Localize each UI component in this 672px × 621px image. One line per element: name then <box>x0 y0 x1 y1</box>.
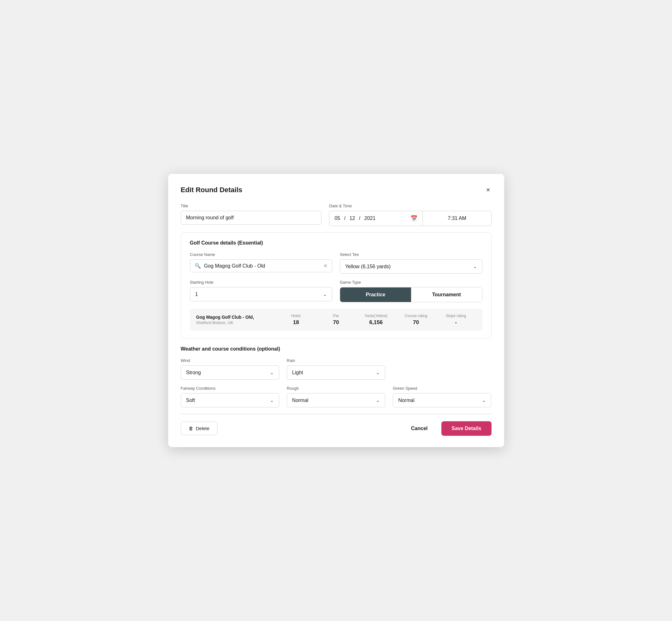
practice-button[interactable]: Practice <box>340 287 411 302</box>
rough-dropdown[interactable]: Normal ⌄ <box>287 393 385 407</box>
green-speed-dropdown[interactable]: Normal ⌄ <box>393 393 491 407</box>
chevron-down-icon-3: ⌄ <box>270 370 274 375</box>
wind-rain-row: Wind Strong ⌄ Rain Light ⌄ <box>181 358 492 380</box>
weather-section-title: Weather and course conditions (optional) <box>181 346 492 352</box>
select-tee-dropdown[interactable]: Yellow (6,156 yards) ⌄ <box>340 259 482 274</box>
title-date-row: Title Date & Time 05 / 12 / 2021 📅 7:31 … <box>181 204 492 226</box>
green-speed-group: Green Speed Normal ⌄ <box>393 386 491 407</box>
fairway-group: Fairway Conditions Soft ⌄ <box>181 386 279 407</box>
course-name-group: Course Name 🔍 Gog Magog Golf Club - Old … <box>190 252 333 274</box>
search-icon: 🔍 <box>195 263 201 269</box>
yards-value: 6,156 <box>356 319 396 326</box>
game-type-label: Game Type <box>340 280 482 285</box>
title-input[interactable] <box>181 211 322 225</box>
chevron-down-icon-5: ⌄ <box>270 397 274 403</box>
course-info-location: Shelford Bottom, UK <box>196 320 276 325</box>
game-type-selector: Practice Tournament <box>340 287 482 302</box>
course-rating-stat: Course rating 70 <box>396 314 436 326</box>
fairway-value: Soft <box>186 398 270 403</box>
course-tee-row: Course Name 🔍 Gog Magog Golf Club - Old … <box>190 252 482 274</box>
time-value: 7:31 AM <box>448 215 466 221</box>
par-value: 70 <box>316 319 356 326</box>
date-time-row: 05 / 12 / 2021 📅 7:31 AM <box>329 211 491 226</box>
date-month: 05 <box>334 215 340 221</box>
date-input[interactable]: 05 / 12 / 2021 📅 <box>329 211 423 226</box>
course-info-name-main: Gog Magog Golf Club - Old, <box>196 315 276 320</box>
rain-label: Rain <box>287 358 385 363</box>
wind-group: Wind Strong ⌄ <box>181 358 279 380</box>
date-time-label: Date & Time <box>329 204 491 208</box>
footer-divider <box>181 414 492 414</box>
footer-right: Cancel Save Details <box>406 421 492 436</box>
clear-icon[interactable]: ✕ <box>323 263 328 269</box>
chevron-down-icon-7: ⌄ <box>482 397 486 403</box>
course-name-text: Gog Magog Golf Club - Old <box>204 263 321 269</box>
slope-rating-label: Slope rating <box>436 314 476 318</box>
course-info-card: Gog Magog Golf Club - Old, Shelford Bott… <box>190 308 482 331</box>
rough-label: Rough <box>287 386 385 391</box>
wind-dropdown[interactable]: Strong ⌄ <box>181 365 279 380</box>
course-name-input[interactable]: 🔍 Gog Magog Golf Club - Old ✕ <box>190 259 333 272</box>
modal-title: Edit Round Details <box>181 186 243 194</box>
rain-dropdown[interactable]: Light ⌄ <box>287 365 385 380</box>
chevron-down-icon-6: ⌄ <box>376 397 380 403</box>
holes-label: Holes <box>276 314 316 318</box>
delete-label: Delete <box>196 426 209 431</box>
fairway-dropdown[interactable]: Soft ⌄ <box>181 393 279 407</box>
date-day: 12 <box>349 215 355 221</box>
rain-group: Rain Light ⌄ <box>287 358 385 380</box>
fairway-rough-green-row: Fairway Conditions Soft ⌄ Rough Normal ⌄… <box>181 386 492 407</box>
select-tee-value: Yellow (6,156 yards) <box>345 264 473 270</box>
chevron-down-icon-2: ⌄ <box>323 291 327 297</box>
slope-rating-value: - <box>436 319 476 326</box>
green-speed-label: Green Speed <box>393 386 491 391</box>
title-group: Title <box>181 204 322 226</box>
starting-hole-dropdown[interactable]: 1 ⌄ <box>190 287 333 301</box>
calendar-icon: 📅 <box>411 215 417 222</box>
course-info-name-block: Gog Magog Golf Club - Old, Shelford Bott… <box>196 315 276 325</box>
golf-course-title: Golf Course details (Essential) <box>190 240 482 246</box>
starting-hole-group: Starting Hole 1 ⌄ <box>190 280 333 302</box>
par-label: Par <box>316 314 356 318</box>
yards-stat: Yards(Yellow) 6,156 <box>356 314 396 326</box>
footer-row: 🗑 Delete Cancel Save Details <box>181 421 492 436</box>
starting-hole-value: 1 <box>195 292 323 297</box>
date-year: 2021 <box>365 215 376 221</box>
game-type-group: Game Type Practice Tournament <box>340 280 482 302</box>
green-speed-value: Normal <box>398 398 482 403</box>
course-rating-label: Course rating <box>396 314 436 318</box>
hole-gametype-row: Starting Hole 1 ⌄ Game Type Practice Tou… <box>190 280 482 302</box>
rough-group: Rough Normal ⌄ <box>287 386 385 407</box>
cancel-button[interactable]: Cancel <box>406 422 432 435</box>
save-button[interactable]: Save Details <box>442 421 491 436</box>
golf-course-section: Golf Course details (Essential) Course N… <box>181 232 492 339</box>
course-name-label: Course Name <box>190 252 333 257</box>
wind-value: Strong <box>186 370 270 375</box>
close-button[interactable]: × <box>485 185 492 195</box>
rain-value: Light <box>292 370 376 375</box>
select-tee-group: Select Tee Yellow (6,156 yards) ⌄ <box>340 252 482 274</box>
trash-icon: 🗑 <box>189 426 194 431</box>
delete-button[interactable]: 🗑 Delete <box>181 422 217 435</box>
weather-section: Weather and course conditions (optional)… <box>181 346 492 407</box>
wind-label: Wind <box>181 358 279 363</box>
time-input[interactable]: 7:31 AM <box>423 211 491 226</box>
course-rating-value: 70 <box>396 319 436 326</box>
holes-stat: Holes 18 <box>276 314 316 326</box>
yards-label: Yards(Yellow) <box>356 314 396 318</box>
chevron-down-icon: ⌄ <box>473 263 477 270</box>
par-stat: Par 70 <box>316 314 356 326</box>
title-label: Title <box>181 204 322 208</box>
slope-rating-stat: Slope rating - <box>436 314 476 326</box>
tournament-button[interactable]: Tournament <box>411 287 482 302</box>
fairway-label: Fairway Conditions <box>181 386 279 391</box>
modal-header: Edit Round Details × <box>181 185 492 195</box>
date-time-group: Date & Time 05 / 12 / 2021 📅 7:31 AM <box>329 204 491 226</box>
select-tee-label: Select Tee <box>340 252 482 257</box>
starting-hole-label: Starting Hole <box>190 280 333 285</box>
holes-value: 18 <box>276 319 316 326</box>
rough-value: Normal <box>292 398 376 403</box>
edit-round-modal: Edit Round Details × Title Date & Time 0… <box>168 174 504 447</box>
chevron-down-icon-4: ⌄ <box>376 370 380 375</box>
